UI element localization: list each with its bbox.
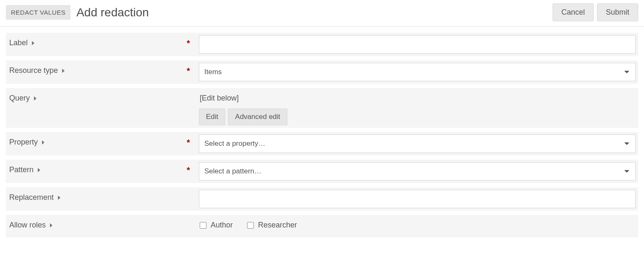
field-label-text: Query — [9, 94, 30, 103]
caret-right-icon — [50, 223, 52, 227]
caret-right-icon — [38, 168, 40, 172]
chevron-down-icon — [624, 71, 629, 73]
caret-right-icon — [62, 69, 65, 73]
select-value: Items — [204, 68, 222, 76]
property-select[interactable]: Select a property… — [199, 134, 636, 153]
field-row-property: Property * Select a property… — [6, 132, 638, 155]
field-label-allow-roles[interactable]: Allow roles — [9, 221, 52, 230]
header-actions: Cancel Submit — [553, 3, 638, 21]
caret-right-icon — [42, 140, 44, 145]
field-label-text: Allow roles — [9, 221, 46, 230]
checkbox-icon — [247, 222, 254, 229]
required-marker: * — [182, 60, 195, 84]
field-label-resource-type[interactable]: Resource type — [9, 66, 65, 75]
chevron-down-icon — [624, 170, 629, 173]
field-row-resource-type: Resource type * Items — [6, 60, 638, 84]
required-marker-empty — [182, 187, 195, 211]
pattern-select[interactable]: Select a pattern… — [199, 162, 636, 181]
field-row-pattern: Pattern * Select a pattern… — [6, 160, 638, 183]
form-body: Label * Resource type * Items Qu — [0, 27, 644, 243]
field-label-replacement[interactable]: Replacement — [9, 193, 60, 202]
select-placeholder: Select a property… — [204, 139, 266, 148]
role-checkbox-researcher[interactable]: Researcher — [247, 221, 297, 230]
required-marker: * — [182, 33, 195, 56]
field-row-label: Label * — [6, 33, 638, 56]
required-marker-empty — [182, 215, 195, 238]
caret-right-icon — [32, 41, 34, 45]
field-label-query[interactable]: Query — [9, 94, 37, 103]
required-marker-empty — [182, 88, 195, 128]
context-badge: REDACT VALUES — [6, 5, 70, 20]
label-input[interactable] — [199, 35, 636, 54]
field-label-pattern[interactable]: Pattern — [9, 165, 40, 174]
field-row-query: Query [Edit below] Edit Advanced edit — [6, 88, 638, 128]
select-placeholder: Select a pattern… — [204, 167, 261, 176]
header-left: REDACT VALUES Add redaction — [6, 5, 149, 20]
field-row-allow-roles: Allow roles Author Researcher — [6, 215, 638, 238]
query-advanced-edit-button[interactable]: Advanced edit — [228, 108, 287, 125]
field-label-property[interactable]: Property — [9, 138, 44, 147]
resource-type-select[interactable]: Items — [199, 63, 636, 81]
query-edit-button[interactable]: Edit — [199, 108, 225, 125]
page-header: REDACT VALUES Add redaction Cancel Submi… — [0, 0, 644, 27]
replacement-input[interactable] — [199, 190, 636, 208]
caret-right-icon — [58, 196, 60, 200]
checkbox-icon — [200, 222, 206, 229]
cancel-button[interactable]: Cancel — [553, 3, 594, 21]
field-label-label[interactable]: Label — [9, 39, 34, 47]
role-checkbox-author[interactable]: Author — [200, 221, 233, 230]
field-label-text: Pattern — [9, 165, 34, 174]
field-label-text: Property — [9, 138, 38, 147]
submit-button[interactable]: Submit — [597, 3, 638, 21]
required-marker: * — [182, 132, 195, 155]
query-buttons: Edit Advanced edit — [199, 108, 636, 125]
allow-roles-options: Author Researcher — [199, 217, 636, 233]
field-label-text: Label — [9, 39, 28, 47]
caret-right-icon — [34, 96, 37, 101]
query-hint: [Edit below] — [199, 90, 636, 103]
field-row-replacement: Replacement — [6, 187, 638, 211]
field-label-text: Resource type — [9, 66, 58, 75]
page-title: Add redaction — [76, 6, 149, 19]
checkbox-label: Researcher — [258, 221, 297, 230]
checkbox-label: Author — [211, 221, 233, 230]
required-marker: * — [182, 160, 195, 183]
field-label-text: Replacement — [9, 193, 54, 202]
chevron-down-icon — [624, 142, 629, 145]
